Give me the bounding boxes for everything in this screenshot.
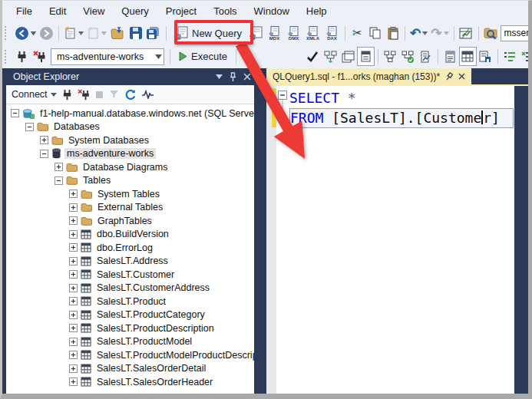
tree-expander[interactable] [69,351,78,359]
tree-expander[interactable] [69,338,78,346]
connect-button[interactable] [13,47,31,66]
new-project-button[interactable] [62,24,85,43]
copy-button[interactable] [366,24,384,43]
undo-button[interactable]: ↶ [408,24,429,43]
change-connection-button[interactable] [31,47,48,66]
pin-icon[interactable] [230,72,236,82]
tree-expander[interactable] [55,176,63,185]
tree-item-dbo-buildversion[interactable]: dbo.BuildVersion [6,228,254,242]
open-file-button[interactable] [108,24,127,43]
tree-item-saleslt-customer[interactable]: SalesLT.Customer [6,268,254,282]
results-to-text-button[interactable] [441,47,459,66]
close-icon[interactable] [243,73,251,81]
estimated-plan-button[interactable] [322,47,339,66]
live-query-stats-button[interactable] [417,47,435,66]
chevron-down-icon[interactable] [216,74,223,79]
add-item-button[interactable] [85,24,108,43]
display-estimated-plan-button[interactable] [382,47,399,66]
tree-item-tables[interactable]: Tables [6,174,254,188]
new-query-button[interactable]: New Query [170,24,247,43]
tree-item-ms-adventure-works[interactable]: ms-adventure-works [6,147,254,161]
query-designer-button[interactable] [458,24,475,43]
tree-expander[interactable] [69,324,78,332]
forward-button[interactable] [38,24,55,43]
menu-file[interactable]: File [8,1,41,21]
tree-expander[interactable] [25,123,34,131]
tree-expander[interactable] [69,216,78,225]
uncomment-button[interactable] [519,47,528,66]
tree-expander[interactable] [55,163,63,171]
redo-button[interactable]: ↷ [429,24,450,43]
activity-monitor-icon[interactable] [141,90,154,99]
tree-item-external-tables[interactable]: External Tables [6,201,254,215]
comment-button[interactable] [501,47,519,66]
new-dax-query-button[interactable]: DAX [322,26,342,41]
tab-sqlquery1[interactable]: QLQuery1.sql - f1...orks (maghan (153))* [266,68,471,84]
tree-item-database-diagrams[interactable]: Database Diagrams [6,160,254,174]
cut-button[interactable]: ✂ [349,24,366,43]
menu-help[interactable]: Help [298,1,335,21]
tree-expander[interactable] [69,203,78,212]
results-to-grid-toggle[interactable] [459,47,477,66]
stop-icon[interactable] [95,91,104,99]
menu-window[interactable]: Window [246,1,298,21]
toolbar-grip[interactable] [5,50,10,64]
tree-item-system-tables[interactable]: System Tables [6,187,254,201]
menu-view[interactable]: View [74,1,113,21]
close-icon[interactable] [458,73,465,80]
connect-menu[interactable]: Connect [12,89,57,100]
database-selector[interactable]: ms-adventure-works [51,48,164,65]
paste-button[interactable] [384,24,401,43]
tree-expander[interactable] [69,311,78,319]
new-xmla-query-button[interactable]: XMLA [303,26,322,41]
disconnect-icon[interactable] [78,89,90,101]
tree-item-databases[interactable]: Databases [6,120,254,134]
menu-query[interactable]: Query [113,1,157,21]
tree-expander[interactable] [69,364,78,373]
filter-icon[interactable] [109,90,119,99]
tree-item-system-databases[interactable]: System Databases [6,134,254,147]
tree-expander[interactable] [69,270,78,279]
tree-item-f1-help-manual-database-windows-net-sql-[interactable]: f1-help-manual.database.windows.net (SQL… [6,107,254,120]
tree-expander[interactable] [69,190,78,198]
tree-expander[interactable] [69,257,78,265]
back-button[interactable] [13,24,38,43]
tree-item-dbo-errorlog[interactable]: dbo.ErrorLog [6,241,254,255]
tree-item-saleslt-productdescription[interactable]: SalesLT.ProductDescription [6,322,254,335]
tree-expander[interactable] [40,136,48,144]
menu-tools[interactable]: Tools [205,1,245,21]
search-input[interactable]: msservi [501,25,528,41]
tree-item-saleslt-productcategory[interactable]: SalesLT.ProductCategory [6,308,254,322]
search-button[interactable] [482,24,501,43]
pin-icon[interactable] [444,71,454,81]
collapse-region-icon[interactable] [277,90,290,136]
menu-project[interactable]: Project [157,1,205,21]
new-dmx-query-button[interactable]: DMX [284,26,303,41]
toolbar-grip[interactable] [5,26,10,40]
results-pane-toggle[interactable] [357,47,375,66]
plug-icon[interactable] [62,89,72,101]
save-all-button[interactable] [144,24,163,43]
tree-expander[interactable] [69,230,78,239]
query-editor[interactable]: SELECT * FROM [SalesLT].[Customer] [266,86,528,394]
parse-button[interactable] [304,47,322,66]
include-actual-plan-button[interactable] [399,47,417,66]
tree-expander[interactable] [69,297,78,305]
query-options-button[interactable] [339,47,357,66]
execute-button[interactable]: Execute [173,47,233,66]
menu-edit[interactable]: Edit [41,1,74,21]
database-engine-query-button[interactable] [247,24,265,43]
tree-item-saleslt-salesorderdetail[interactable]: SalesLT.SalesOrderDetail [6,362,254,376]
tree-item-saleslt-productmodel[interactable]: SalesLT.ProductModel [6,335,254,349]
tree-item-saleslt-address[interactable]: SalesLT.Address [6,255,254,269]
tree-item-saleslt-customeraddress[interactable]: SalesLT.CustomerAddress [6,282,254,295]
tree-expander[interactable] [69,243,78,252]
tree-item-saleslt-salesorderheader[interactable]: SalesLT.SalesOrderHeader [6,375,254,389]
tree-expander[interactable] [69,284,78,292]
tree-item-graphtables[interactable]: GraphTables [6,214,254,228]
tree-expander[interactable] [11,109,19,117]
results-to-file-button[interactable] [477,47,494,66]
tree-item-saleslt-productmodelproductdescrip[interactable]: SalesLT.ProductModelProductDescrip [6,348,254,362]
tree-item-saleslt-product[interactable]: SalesLT.Product [6,295,254,308]
new-mdx-query-button[interactable]: MDX [265,26,284,41]
